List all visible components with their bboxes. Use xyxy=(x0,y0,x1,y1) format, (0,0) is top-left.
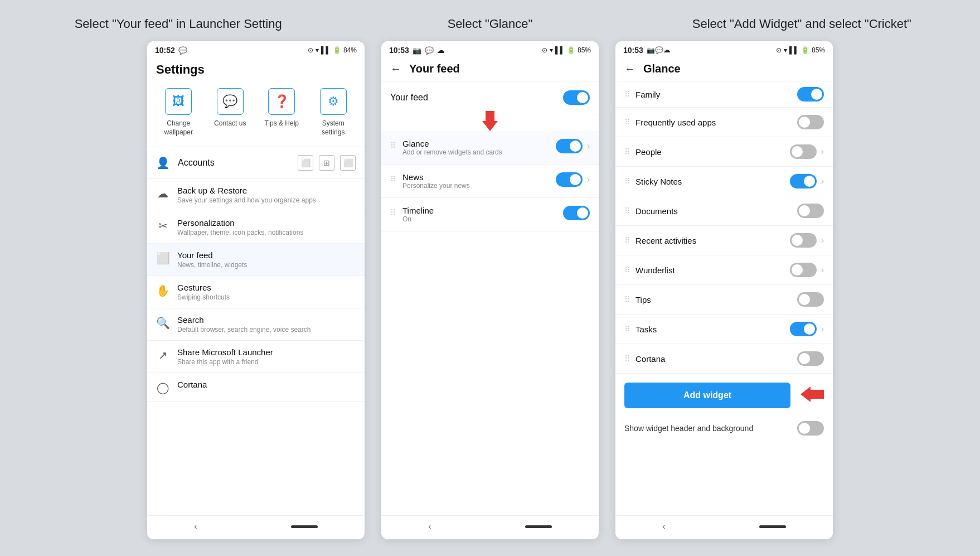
screen2-title: Select "Glance" xyxy=(334,17,646,31)
whatsapp-icon-2: 💬 xyxy=(425,46,434,55)
qa-tips-label: Tips & Help xyxy=(264,119,299,128)
gestures-icon: ✋ xyxy=(156,284,169,297)
sticky-chevron: › xyxy=(821,176,824,186)
qa-contact-us[interactable]: 💬 Contact us xyxy=(208,88,253,137)
home-pill-1[interactable] xyxy=(291,525,318,528)
location-icon-2: ⊙ xyxy=(542,46,547,54)
svg-marker-2 xyxy=(801,386,824,402)
bottom-bar-2: ‹ xyxy=(381,515,599,539)
glance-wunderlist[interactable]: ⠿ Wunderlist › xyxy=(615,255,833,285)
tasks-toggle[interactable] xyxy=(790,322,817,336)
backup-sub: Save your settings and how you organize … xyxy=(177,196,356,204)
timeline-item-sub: On xyxy=(402,215,556,223)
drag-dots-sticky: ⠿ xyxy=(624,177,630,186)
qa-tips-help[interactable]: ❓ Tips & Help xyxy=(259,88,304,137)
back-chevron-3[interactable]: ‹ xyxy=(662,521,665,531)
freq-toggle[interactable] xyxy=(797,115,824,129)
qa-change-wallpaper[interactable]: 🖼 Change wallpaper xyxy=(156,88,201,137)
time-1: 10:52 xyxy=(155,46,175,55)
battery-pct-2: 85% xyxy=(578,46,591,54)
drag-dots-1: ⠿ xyxy=(390,141,396,150)
family-item[interactable]: ⠿ Family xyxy=(615,81,833,108)
status-bar-2: 10:53 📷 💬 ☁ ⊙ ▾ ▌▌ 🔋 85% xyxy=(381,41,599,57)
bottom-bar-1: ‹ xyxy=(147,515,365,539)
accounts-icons-right: ⬜ ⊞ ⬜ xyxy=(298,155,356,171)
accounts-icon: 👤 xyxy=(156,156,170,170)
docs-toggle[interactable] xyxy=(797,204,824,218)
personalization-title: Personalization xyxy=(177,218,356,228)
screen1-phone: 10:52 💬 ⊙ ▾ ▌▌ 🔋 84% Settings 🖼 Change w… xyxy=(147,41,365,539)
wunder-label: Wunderlist xyxy=(635,265,784,275)
settings-cortana[interactable]: ◯ Cortana xyxy=(147,373,365,402)
qa-system-label: System settings xyxy=(311,119,356,137)
battery-pct-3: 85% xyxy=(812,46,825,54)
wunder-toggle[interactable] xyxy=(790,263,817,277)
personalization-icon: ✂ xyxy=(156,219,169,233)
people-toggle[interactable] xyxy=(790,144,817,159)
back-chevron-1[interactable]: ‹ xyxy=(194,521,197,531)
home-pill-2[interactable] xyxy=(525,525,552,528)
backup-icon: ☁ xyxy=(156,187,169,200)
news-item-right: › xyxy=(556,172,590,187)
glance-toggle[interactable] xyxy=(556,139,583,153)
home-pill-3[interactable] xyxy=(759,525,786,528)
settings-your-feed[interactable]: ⬜ Your feed News, timeline, widgets xyxy=(147,244,365,276)
settings-backup[interactable]: ☁ Back up & Restore Save your settings a… xyxy=(147,179,365,211)
drag-dots-docs: ⠿ xyxy=(624,206,630,215)
feed-glance-item[interactable]: ⠿ Glance Add or remove widgets and cards… xyxy=(381,131,599,165)
back-arrow-3[interactable]: ← xyxy=(624,62,635,75)
widget-header-row: Show widget header and background xyxy=(615,413,833,443)
quick-actions-row: 🖼 Change wallpaper 💬 Contact us ❓ Tips &… xyxy=(147,80,365,147)
recent-chevron: › xyxy=(821,235,824,245)
time-3: 10:53 xyxy=(623,46,643,55)
settings-personalization[interactable]: ✂ Personalization Wallpaper, theme, icon… xyxy=(147,211,365,244)
glance-recent[interactable]: ⠿ Recent activities › xyxy=(615,226,833,255)
contact-icon: 💬 xyxy=(217,88,244,115)
feed-toggle[interactable] xyxy=(563,90,590,105)
drag-dots-2: ⠿ xyxy=(390,175,396,183)
timeline-toggle[interactable] xyxy=(563,206,590,220)
status-bar-3: 10:53 📷💬☁ ⊙ ▾ ▌▌ 🔋 85% xyxy=(615,41,833,57)
glance-sticky-notes[interactable]: ⠿ Sticky Notes › xyxy=(615,167,833,196)
feed-timeline-item[interactable]: ⠿ Timeline On xyxy=(381,198,599,231)
account-icon-2: ⊞ xyxy=(319,155,334,171)
back-arrow-2[interactable]: ← xyxy=(390,62,401,75)
screen2-phone: 10:53 📷 💬 ☁ ⊙ ▾ ▌▌ 🔋 85% ← Your feed You… xyxy=(381,41,599,539)
sticky-toggle[interactable] xyxy=(790,174,817,188)
drag-dots-family: ⠿ xyxy=(624,90,630,99)
glance-cortana[interactable]: ⠿ Cortana xyxy=(615,344,833,374)
glance-tips[interactable]: ⠿ Tips xyxy=(615,285,833,315)
cortana-toggle[interactable] xyxy=(797,351,824,366)
recent-label: Recent activities xyxy=(635,236,784,245)
recent-toggle[interactable] xyxy=(790,233,817,248)
add-widget-button[interactable]: Add widget xyxy=(624,383,790,408)
people-label: People xyxy=(635,147,784,157)
glance-tasks[interactable]: ⠿ Tasks › xyxy=(615,315,833,344)
time-2: 10:53 xyxy=(389,46,409,55)
gestures-title: Gestures xyxy=(177,283,356,292)
settings-share[interactable]: ↗ Share Microsoft Launcher Share this ap… xyxy=(147,341,365,373)
settings-search[interactable]: 🔍 Search Default browser, search engine,… xyxy=(147,308,365,341)
battery-icon-3: 🔋 xyxy=(801,46,809,54)
your-feed-icon: ⬜ xyxy=(156,252,169,265)
family-toggle[interactable] xyxy=(797,87,824,101)
tips-toggle[interactable] xyxy=(797,292,824,307)
feed-news-item[interactable]: ⠿ News Personalize your news › xyxy=(381,165,599,198)
glance-people[interactable]: ⠿ People › xyxy=(615,137,833,167)
glance-documents[interactable]: ⠿ Documents xyxy=(615,196,833,226)
share-sub: Share this app with a friend xyxy=(177,358,356,366)
widget-header-label: Show widget header and background xyxy=(624,424,792,433)
news-toggle[interactable] xyxy=(556,172,583,187)
drag-dots-3: ⠿ xyxy=(390,208,396,217)
qa-system-settings[interactable]: ⚙ System settings xyxy=(311,88,356,137)
qa-wallpaper-label: Change wallpaper xyxy=(156,119,201,137)
accounts-row[interactable]: 👤 Accounts ⬜ ⊞ ⬜ xyxy=(147,147,365,179)
status-bar-1: 10:52 💬 ⊙ ▾ ▌▌ 🔋 84% xyxy=(147,41,365,57)
settings-gestures[interactable]: ✋ Gestures Swiping shortcuts xyxy=(147,276,365,308)
glance-frequently-used[interactable]: ⠿ Frequently used apps xyxy=(615,108,833,137)
wifi-icon: ▾ xyxy=(316,46,319,54)
cloud-icon: ☁ xyxy=(437,46,444,55)
widget-header-toggle[interactable] xyxy=(797,421,824,436)
wifi-icon-2: ▾ xyxy=(550,46,553,54)
back-chevron-2[interactable]: ‹ xyxy=(428,521,431,531)
